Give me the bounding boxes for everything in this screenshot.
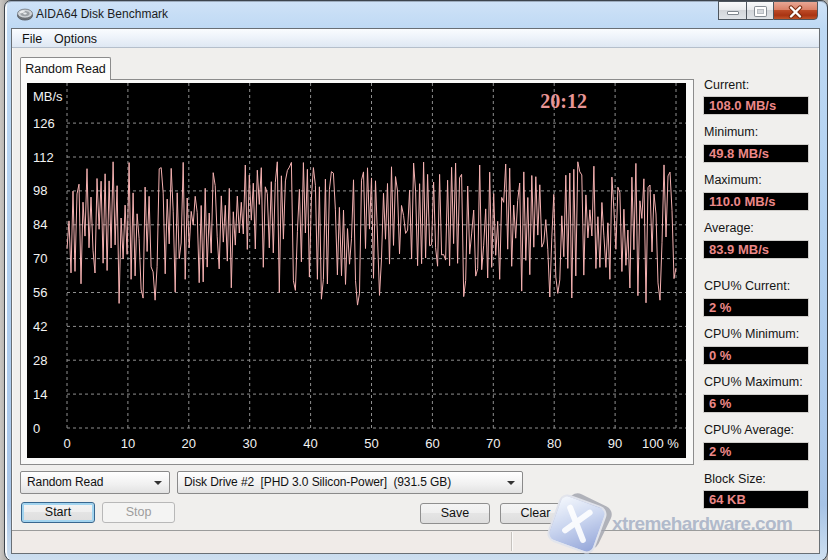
svg-text:0: 0 (33, 421, 40, 436)
svg-text:56: 56 (33, 285, 47, 300)
svg-text:98: 98 (33, 183, 47, 198)
svg-text:20:12: 20:12 (540, 90, 587, 112)
svg-text:0: 0 (63, 436, 70, 451)
svg-text:50: 50 (364, 436, 378, 451)
svg-text:112: 112 (33, 150, 54, 165)
svg-text:MB/s: MB/s (33, 89, 63, 104)
svg-text:60: 60 (425, 436, 439, 451)
svg-text:126: 126 (33, 116, 55, 131)
svg-text:100 %: 100 % (642, 436, 679, 451)
svg-text:70: 70 (33, 251, 47, 266)
svg-text:84: 84 (33, 217, 47, 232)
svg-text:80: 80 (547, 436, 561, 451)
svg-text:14: 14 (33, 387, 47, 402)
svg-text:90: 90 (608, 436, 622, 451)
svg-text:42: 42 (33, 319, 47, 334)
svg-text:70: 70 (486, 436, 500, 451)
svg-text:30: 30 (242, 436, 256, 451)
svg-text:40: 40 (303, 436, 317, 451)
svg-text:28: 28 (33, 353, 47, 368)
svg-text:10: 10 (121, 436, 135, 451)
svg-text:20: 20 (182, 436, 196, 451)
